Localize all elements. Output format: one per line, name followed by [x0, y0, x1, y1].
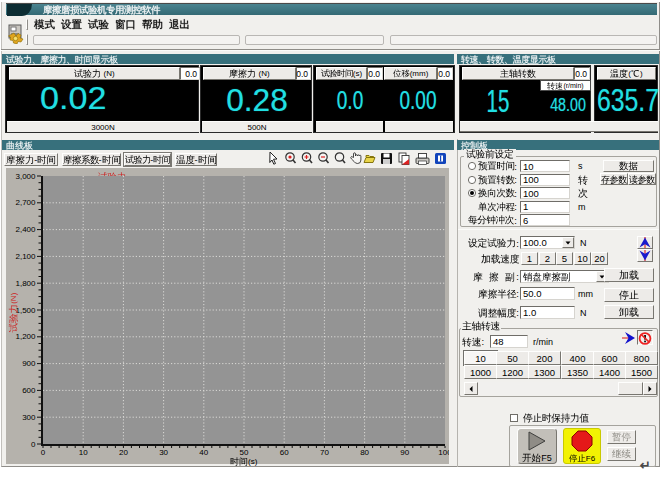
- svg-text:3,000: 3,000: [15, 172, 36, 181]
- svg-text:40: 40: [199, 448, 208, 457]
- svg-text:60: 60: [280, 448, 289, 457]
- svg-text:20: 20: [119, 448, 128, 457]
- svg-text:1,500: 1,500: [15, 306, 36, 315]
- svg-text:0: 0: [41, 448, 46, 457]
- svg-text:900: 900: [22, 359, 36, 368]
- svg-text:1,200: 1,200: [15, 332, 36, 341]
- svg-text:600: 600: [22, 386, 36, 395]
- svg-text:80: 80: [360, 448, 369, 457]
- svg-text:1,800: 1,800: [15, 279, 36, 288]
- svg-text:90: 90: [400, 448, 409, 457]
- svg-text:70: 70: [320, 448, 329, 457]
- svg-text:0: 0: [31, 440, 36, 449]
- svg-text:300: 300: [22, 413, 36, 422]
- svg-text:2,100: 2,100: [15, 252, 36, 261]
- svg-text:30: 30: [159, 448, 168, 457]
- svg-text:2,700: 2,700: [15, 198, 36, 207]
- svg-text:10: 10: [79, 448, 88, 457]
- svg-text:100: 100: [438, 448, 449, 457]
- svg-text:2,400: 2,400: [15, 225, 36, 234]
